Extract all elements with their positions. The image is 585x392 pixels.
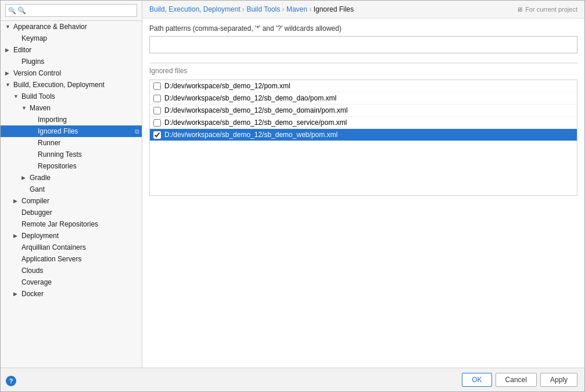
file-path: D:/dev/workspace/sb_demo_12/sb_demo_serv… [164, 118, 347, 127]
file-checkbox[interactable] [153, 82, 161, 90]
ok-button[interactable]: OK [462, 373, 491, 387]
arrow-icon: ▶ [21, 175, 30, 181]
arrow-icon: ▼ [5, 24, 13, 30]
sidebar-item-plugins[interactable]: Plugins [1, 56, 142, 67]
file-list: D:/dev/workspace/sb_demo_12/pom.xmlD:/de… [149, 80, 577, 196]
path-patterns-label: Path patterns (comma-separated, '*' and … [149, 24, 577, 33]
sidebar-item-label: Docker [21, 290, 139, 298]
sidebar-item-label: Running Tests [38, 150, 135, 159]
sidebar-item-label: Arquillian Containers [21, 243, 135, 251]
sidebar-item-running-tests[interactable]: Running Tests⧉ [1, 149, 142, 160]
sidebar-item-label: Gradle [30, 174, 135, 182]
file-row[interactable]: D:/dev/workspace/sb_demo_12/sb_demo_serv… [150, 117, 577, 129]
breadcrumb-bar: Build, Execution, Deployment › Build Too… [142, 1, 584, 19]
file-path: D:/dev/workspace/sb_demo_12/pom.xml [164, 82, 290, 90]
sidebar-item-label: Clouds [21, 267, 139, 275]
sidebar-item-label: Plugins [21, 57, 139, 66]
help-button[interactable]: ? [6, 376, 16, 386]
file-path: D:/dev/workspace/sb_demo_12/sb_demo_doma… [164, 106, 348, 114]
breadcrumb-separator: › [307, 5, 314, 13]
file-row[interactable]: D:/dev/workspace/sb_demo_12/sb_demo_dao/… [150, 92, 577, 105]
sidebar-item-label: Runner [38, 139, 135, 147]
file-row[interactable]: D:/dev/workspace/sb_demo_12/sb_demo_doma… [150, 105, 577, 117]
sidebar-item-label: Appearance & Behavior [13, 23, 139, 31]
file-path: D:/dev/workspace/sb_demo_12/sb_demo_web/… [164, 131, 338, 139]
arrow-icon: ▶ [13, 198, 21, 204]
dialog-footer: ? OK Cancel Apply [1, 368, 584, 391]
path-patterns-input[interactable] [149, 36, 577, 53]
content-area: Path patterns (comma-separated, '*' and … [142, 19, 584, 368]
apply-button[interactable]: Apply [540, 373, 577, 387]
arrow-icon: ▶ [13, 291, 21, 297]
sidebar-item-label: Coverage [21, 278, 135, 286]
breadcrumb-separator: › [280, 5, 286, 13]
arrow-icon: ▶ [5, 70, 13, 76]
sidebar-item-ignored-files[interactable]: Ignored Files⧉ [1, 125, 142, 137]
sidebar-item-label: Maven [30, 104, 135, 112]
sidebar-item-maven[interactable]: ▼Maven⧉ [1, 102, 142, 114]
breadcrumb-item-build-exec[interactable]: Build, Execution, Deployment [149, 5, 241, 13]
sidebar-item-gant[interactable]: Gant⧉ [1, 184, 142, 195]
sidebar-item-label: Build Tools [21, 92, 135, 100]
settings-sidebar: 🔍 ▼Appearance & BehaviorKeymap▶EditorPlu… [1, 1, 142, 368]
arrow-icon: ▶ [5, 47, 13, 53]
sidebar-item-label: Version Control [13, 69, 135, 77]
cancel-button[interactable]: Cancel [496, 373, 537, 387]
sidebar-item-editor[interactable]: ▶Editor [1, 44, 142, 56]
sidebar-item-deployment[interactable]: ▶Deployment [1, 230, 142, 242]
search-input[interactable] [5, 4, 137, 17]
sidebar-item-compiler[interactable]: ▶Compiler [1, 195, 142, 207]
file-checkbox[interactable] [153, 95, 161, 102]
sidebar-item-coverage[interactable]: Coverage⧉ [1, 276, 142, 288]
file-row[interactable]: D:/dev/workspace/sb_demo_12/sb_demo_web/… [150, 129, 577, 141]
arrow-icon: ▼ [13, 93, 21, 99]
copy-icon: ⧉ [135, 128, 139, 135]
breadcrumb-item-build-tools[interactable]: Build Tools [246, 5, 280, 13]
file-checkbox[interactable] [153, 131, 161, 139]
breadcrumb-item-ignored-files: Ignored Files [314, 5, 354, 13]
sidebar-item-label: Gant [30, 185, 135, 193]
sidebar-item-appearance[interactable]: ▼Appearance & Behavior [1, 21, 142, 33]
monitor-icon: 🖥 [516, 6, 523, 13]
sidebar-item-keymap[interactable]: Keymap [1, 33, 142, 44]
sidebar-item-docker[interactable]: ▶Docker [1, 288, 142, 300]
sidebar-item-label: Build, Execution, Deployment [13, 81, 139, 89]
for-project-label: For current project [525, 6, 577, 13]
file-path: D:/dev/workspace/sb_demo_12/sb_demo_dao/… [164, 94, 336, 102]
search-box: 🔍 [1, 1, 142, 21]
file-checkbox[interactable] [153, 119, 161, 127]
sidebar-item-label: Repositories [38, 162, 135, 170]
sidebar-item-build-tools[interactable]: ▼Build Tools⧉ [1, 91, 142, 102]
sidebar-item-label: Deployment [21, 232, 139, 240]
main-panel: Build, Execution, Deployment › Build Too… [142, 1, 584, 368]
search-icon: 🔍 [8, 7, 16, 15]
settings-tree: ▼Appearance & BehaviorKeymap▶EditorPlugi… [1, 21, 142, 300]
sidebar-item-label: Debugger [21, 208, 139, 217]
sidebar-item-version-control[interactable]: ▶Version Control⧉ [1, 67, 142, 79]
arrow-icon: ▼ [5, 82, 13, 88]
sidebar-item-build-exec[interactable]: ▼Build, Execution, Deployment [1, 79, 142, 91]
sidebar-item-label: Importing [38, 116, 135, 124]
sidebar-item-label: Ignored Files [38, 127, 135, 135]
sidebar-item-repositories[interactable]: Repositories⧉ [1, 160, 142, 172]
arrow-icon: ▶ [13, 233, 21, 239]
breadcrumb: Build, Execution, Deployment › Build Too… [149, 5, 354, 13]
sidebar-item-remote-jar[interactable]: Remote Jar Repositories⧉ [1, 218, 142, 230]
sidebar-item-runner[interactable]: Runner⧉ [1, 137, 142, 149]
sidebar-item-gradle[interactable]: ▶Gradle⧉ [1, 172, 142, 184]
ignored-files-section: Ignored files D:/dev/workspace/sb_demo_1… [149, 63, 577, 196]
ignored-files-title: Ignored files [149, 63, 577, 75]
breadcrumb-item-maven[interactable]: Maven [286, 5, 307, 13]
sidebar-item-label: Compiler [21, 197, 139, 205]
sidebar-item-app-servers[interactable]: Application Servers [1, 253, 142, 265]
sidebar-item-clouds[interactable]: Clouds [1, 265, 142, 276]
arrow-icon: ▼ [21, 105, 30, 111]
file-checkbox[interactable] [153, 107, 161, 114]
breadcrumb-separator: › [241, 5, 247, 13]
sidebar-item-label: Keymap [21, 34, 139, 42]
sidebar-item-arquillian[interactable]: Arquillian Containers⧉ [1, 242, 142, 253]
file-row[interactable]: D:/dev/workspace/sb_demo_12/pom.xml [150, 80, 577, 92]
sidebar-item-label: Editor [13, 46, 139, 54]
sidebar-item-debugger[interactable]: Debugger [1, 207, 142, 218]
sidebar-item-importing[interactable]: Importing⧉ [1, 114, 142, 125]
